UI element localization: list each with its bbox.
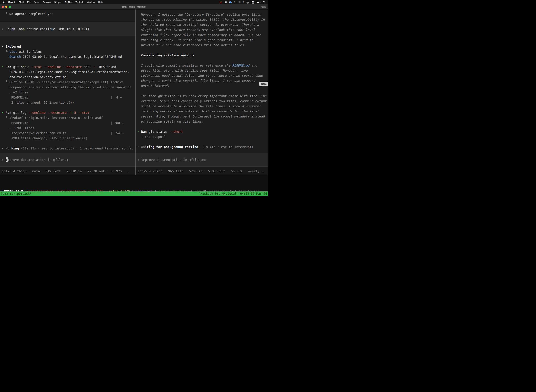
text-segment: └ — [2, 12, 9, 16]
dark-app-icon[interactable] — [234, 1, 236, 3]
menu-item-edit[interactable]: Edit — [27, 1, 31, 4]
terminal-line — [2, 141, 134, 146]
text-segment: README.md | 280 + — [2, 121, 124, 125]
menu-item-help[interactable]: Help — [98, 1, 103, 4]
text-segment: companion file, especially if more comme… — [137, 33, 261, 37]
text-segment: Explored — [6, 45, 21, 48]
apple-icon[interactable] — [2, 1, 5, 4]
terminal-line: Search 2026-03-09-is-legal-the-same-as-l… — [2, 54, 134, 59]
left-prompt-input[interactable]: › Improve documentation in @filename — [0, 153, 135, 167]
text-segment: No agents completed yet — [9, 12, 53, 16]
menu-item-view[interactable]: View — [34, 1, 39, 4]
screen-share-overlay[interactable]: Scre — [259, 82, 268, 86]
text-segment: | — [206, 189, 212, 191]
gauge-icon[interactable]: .61 — [247, 1, 249, 4]
text-segment: turns:10 — [191, 189, 206, 191]
screen-recording-indicator-icon[interactable] — [220, 1, 222, 3]
text-segment: this single essay, it seems like a good … — [137, 38, 254, 42]
terminal-line: evidence. Since this change only affects… — [137, 98, 267, 104]
battery-icon[interactable] — [257, 1, 260, 3]
terminal-line: README.md | 280 + — [2, 120, 134, 125]
terminal-line: including verification notes with those … — [137, 109, 267, 114]
text-segment: Wai — [141, 145, 147, 149]
text-segment: review. Also, I might want to inspect th… — [137, 115, 265, 118]
terminal-line: However, I noticed the "Directory Struct… — [137, 12, 267, 17]
menu-bar-left: iTerm2ShellEditViewSessionScriptsProfile… — [2, 1, 103, 4]
menu-item-iterm2[interactable]: iTerm2 — [8, 1, 15, 4]
menu-item-session[interactable]: Session — [43, 1, 51, 4]
text-segment: | — [103, 189, 109, 191]
traffic-lights — [0, 6, 11, 8]
menu-item-scripts[interactable]: Scripts — [54, 1, 61, 4]
tmux-session-label: [omx-cczip0:bash* — [1, 192, 31, 196]
text-segment: └ — [2, 80, 9, 84]
terminal-line: • Ran git show --stat --oneline --decora… — [2, 64, 134, 69]
text-segment: [OMX#0.11.9] — [2, 189, 27, 191]
menu-item-toolbelt[interactable]: Toolbelt — [76, 1, 83, 4]
right-prompt-input[interactable]: › Improve documentation in @filename — [136, 153, 268, 167]
window-titlebar[interactable]: omx --xhigh --madmax ⌥⌘1 — [0, 4, 268, 9]
terminal-line: and-the-erosion-of-copyleft.md — [2, 75, 134, 79]
text-segment: I could cite commit statistics or refere… — [137, 64, 232, 67]
text-segment: git log — [13, 111, 29, 115]
text-segment: ting for background terminal — [147, 145, 200, 149]
text-segment: Wor — [6, 146, 11, 150]
terminal-line: └ No agents completed yet — [2, 11, 134, 16]
text-segment: evidence. Since this change only affects… — [137, 99, 267, 103]
terminal-line: Considering citation options — [137, 53, 267, 58]
text-segment: • — [137, 145, 141, 149]
keyboard-app-icon[interactable]: 8 — [243, 1, 244, 3]
input-source-icon[interactable]: A — [252, 1, 254, 4]
grid-app-icon[interactable]: ▦ — [225, 1, 227, 4]
text-segment: last:5m ago — [239, 189, 259, 191]
text-segment: HEAD — [84, 65, 93, 69]
menu-item-shell[interactable]: Shell — [19, 1, 24, 4]
window-title: omx --xhigh --madmax — [0, 5, 268, 8]
text-segment: | — [130, 189, 136, 191]
text-segment: … +1901 lines — [2, 126, 34, 130]
text-segment: team:1 workers — [158, 189, 185, 191]
text-segment: 2 files changed, 92 insertions(+) — [2, 101, 74, 104]
text-segment — [2, 55, 9, 58]
blue-app-icon[interactable] — [229, 1, 232, 3]
terminal-line: README.md | 4 + — [2, 95, 134, 100]
text-segment: README.md — [232, 64, 250, 67]
text-segment: output instead. — [137, 84, 170, 88]
menu-item-window[interactable]: Window — [87, 1, 95, 4]
right-terminal-pane[interactable]: However, I noticed the "Directory Struct… — [136, 9, 268, 175]
terminal-line: • Ran git log --oneline --decorate -n 5 … — [2, 110, 134, 115]
text-segment: The team guideline is to back every impo… — [137, 94, 267, 98]
zoom-button[interactable] — [9, 6, 11, 8]
menu-item-profiles[interactable]: Profiles — [65, 1, 72, 4]
queued-prompt-box: › Ralph loop active continue [OMX_TMUX_I… — [0, 22, 135, 36]
text-segment: companion analysis without altering the … — [2, 85, 131, 89]
text-segment: (no output) — [145, 135, 166, 139]
text-segment: of focusing solely on file lines. — [137, 120, 204, 123]
terminal-line: provide file and line references from th… — [137, 42, 267, 48]
text-segment: git show — [13, 65, 30, 69]
text-segment: session:12m — [212, 189, 233, 191]
text-segment: (1m 41s • esc to interrupt) — [200, 145, 254, 149]
text-segment: slight risk that future readers may over… — [137, 28, 255, 32]
terminal-line: changes, I can't cite specific file line… — [137, 78, 267, 83]
text-segment: • — [2, 146, 6, 150]
minimize-button[interactable] — [5, 6, 7, 8]
dots-grid-icon[interactable]: ⠿ — [239, 1, 241, 4]
text-segment: • — [2, 65, 6, 69]
terminal-line: of focusing solely on file lines. — [137, 119, 267, 124]
text-segment: --short — [170, 130, 183, 134]
terminal-line: 2026-03-09-is-legal-the-same-as-legitima… — [2, 69, 134, 75]
text-segment: README.md — [99, 65, 116, 69]
terminal-line — [2, 105, 134, 110]
left-terminal-pane[interactable]: └ No agents completed yet › Ralph loop a… — [0, 9, 135, 175]
wifi-icon[interactable] — [263, 1, 266, 3]
text-segment: Considering citation options — [137, 53, 194, 57]
terminal-line: essay file, along with finding root file… — [137, 68, 267, 73]
text-cursor: I — [6, 157, 8, 162]
menu-bar-status-icons: ▦⠿8.61A — [220, 1, 266, 4]
text-segment: git ls-files — [17, 50, 42, 53]
terminal-line — [137, 48, 267, 53]
close-button[interactable] — [2, 6, 4, 8]
text-segment: README.md | 4 + — [2, 96, 122, 99]
terminal-line: … +2 lines — [2, 90, 134, 95]
